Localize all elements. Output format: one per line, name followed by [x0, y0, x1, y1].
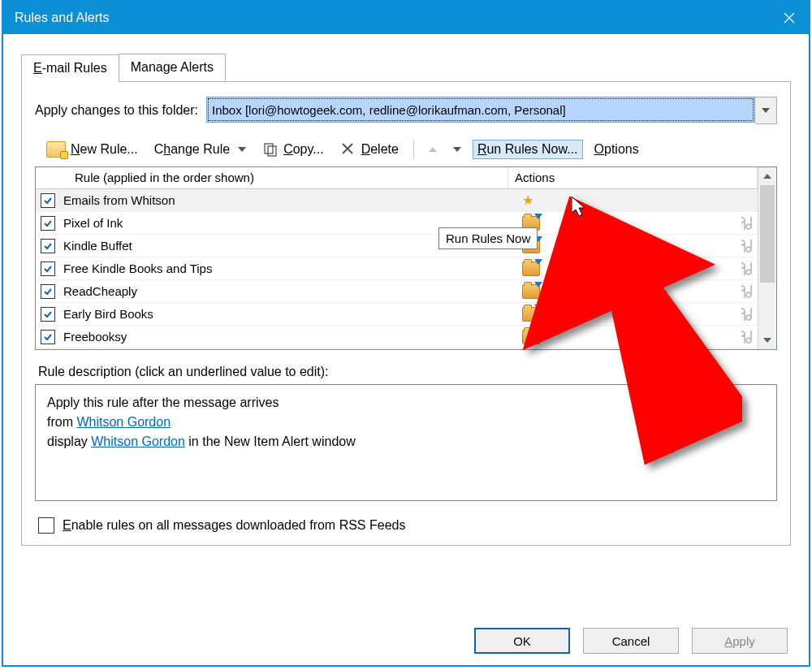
copy-label: Copy... — [283, 142, 324, 157]
close-button[interactable] — [770, 2, 809, 34]
apply-button[interactable]: Apply — [692, 628, 788, 654]
toolbar: New Rule... Change Rule Copy... Del — [35, 136, 777, 166]
run-rules-now-button[interactable]: Run Rules Now... — [473, 140, 583, 159]
rss-label: Enable rules on all messages downloaded … — [63, 518, 405, 533]
new-rule-icon — [46, 141, 66, 158]
svg-marker-3 — [572, 197, 585, 216]
header-rule[interactable]: Rule (applied in the order shown) — [68, 167, 508, 188]
folder-combo[interactable] — [206, 97, 777, 124]
rule-name: ReadCheaply — [60, 284, 522, 298]
folder-label: Apply changes to this folder: — [35, 103, 198, 118]
scroll-track[interactable] — [758, 185, 776, 331]
scroll-thumb[interactable] — [760, 185, 775, 283]
rule-name: Emails from Whitson — [60, 193, 522, 207]
tools-icon — [741, 283, 758, 300]
desc-link-from[interactable]: Whitson Gordon — [76, 415, 171, 429]
toolbar-separator — [413, 140, 414, 159]
change-rule-label: Change Rule — [154, 142, 230, 157]
cursor-icon — [572, 197, 590, 218]
rules-alerts-window: Rules and Alerts E-mail Rules document.c… — [2, 0, 810, 667]
svg-rect-1 — [268, 146, 276, 156]
tools-icon — [741, 261, 758, 277]
tools-icon — [741, 238, 758, 254]
dialog-body: E-mail Rules document.currentScript.prev… — [3, 34, 809, 554]
options-button[interactable]: Options — [590, 140, 644, 159]
cancel-button[interactable]: Cancel — [583, 628, 679, 654]
folder-input[interactable] — [206, 97, 755, 123]
ok-button[interactable]: OK — [474, 628, 570, 654]
tabstrip: E-mail Rules document.currentScript.prev… — [21, 52, 791, 82]
rule-checkbox[interactable] — [41, 284, 55, 299]
tools-icon — [741, 329, 758, 345]
scroll-up-button[interactable] — [758, 167, 776, 185]
delete-icon — [340, 141, 356, 158]
svg-marker-2 — [523, 182, 742, 474]
folder-row: Apply changes to this folder: — [35, 97, 777, 124]
desc-link-display[interactable]: Whitson Gordon — [91, 434, 185, 448]
options-label: Options — [594, 142, 639, 157]
rule-checkbox[interactable] — [41, 239, 55, 253]
rule-checkbox[interactable] — [41, 330, 55, 344]
move-up-button[interactable] — [424, 145, 442, 154]
copy-icon — [262, 141, 279, 158]
folder-dropdown-button[interactable] — [755, 97, 777, 124]
new-rule-label: New Rule... — [71, 142, 138, 157]
new-rule-button[interactable]: New Rule... — [41, 139, 143, 160]
dialog-buttons: OK Cancel Apply — [474, 628, 788, 654]
chevron-down-icon — [238, 147, 246, 152]
tools-icon — [741, 306, 758, 322]
rule-checkbox[interactable] — [41, 193, 55, 208]
change-rule-button[interactable]: Change Rule — [149, 140, 251, 159]
red-arrow-annotation — [523, 182, 742, 474]
tab-label: E-mail Rules — [33, 61, 107, 75]
rss-checkbox[interactable] — [38, 517, 54, 534]
arrow-down-icon — [453, 147, 461, 152]
move-down-button[interactable] — [448, 145, 466, 154]
copy-button[interactable]: Copy... — [257, 139, 329, 160]
tab-email-rules[interactable]: E-mail Rules document.currentScript.prev… — [21, 54, 119, 82]
rule-checkbox[interactable] — [41, 262, 55, 276]
header-checkbox-col — [36, 167, 68, 188]
scrollbar[interactable] — [758, 167, 776, 349]
tools-icon — [741, 215, 758, 231]
rule-checkbox[interactable] — [41, 307, 55, 322]
delete-button[interactable]: Delete — [335, 139, 404, 160]
window-title: Rules and Alerts — [15, 11, 110, 25]
rss-row: Enable rules on all messages downloaded … — [38, 517, 777, 534]
tab-manage-alerts[interactable]: Manage Alerts — [119, 54, 226, 81]
run-rules-now-label: Run Rules Now... — [477, 142, 578, 157]
rule-checkbox[interactable] — [41, 216, 55, 231]
svg-rect-0 — [265, 144, 273, 153]
scroll-down-button[interactable] — [758, 331, 776, 349]
rule-name: Free Kindle Books and Tips — [60, 262, 522, 275]
rule-name: Freebooksy — [60, 330, 522, 344]
delete-label: Delete — [361, 142, 399, 157]
titlebar: Rules and Alerts — [3, 2, 809, 34]
rule-name: Early Bird Books — [60, 307, 522, 321]
arrow-up-icon — [429, 147, 437, 152]
tooltip-run-rules-now: Run Rules Now — [438, 227, 538, 249]
